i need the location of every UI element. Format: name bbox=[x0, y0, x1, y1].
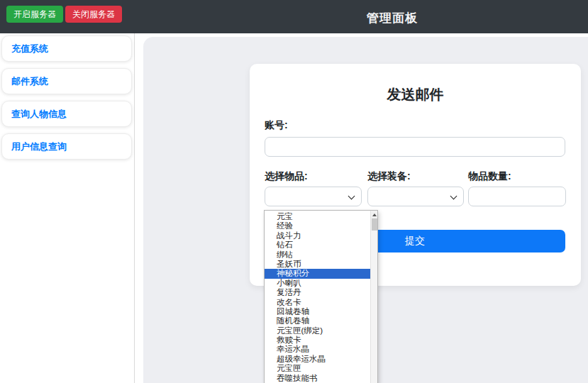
scroll-up-arrow-icon[interactable] bbox=[371, 211, 378, 218]
dropdown-option[interactable]: 吞噬技能书 bbox=[265, 374, 370, 383]
sidebar: 充值系统邮件系统查询人物信息用户信息查询 bbox=[0, 33, 135, 383]
sidebar-item[interactable]: 充值系统 bbox=[1, 35, 132, 62]
dropdown-option[interactable]: 小喇叭 bbox=[265, 279, 370, 288]
dropdown-option[interactable]: 超级幸运水晶 bbox=[265, 355, 370, 364]
quantity-label: 物品数量: bbox=[468, 170, 511, 183]
dropdown-option[interactable]: 圣妖币 bbox=[265, 260, 370, 269]
dropdown-option[interactable]: 元宝匣 bbox=[265, 364, 370, 373]
dropdown-option[interactable]: 神秘积分 bbox=[265, 269, 370, 278]
account-label: 账号: bbox=[265, 119, 288, 132]
sidebar-item[interactable]: 用户信息查询 bbox=[1, 133, 132, 160]
dropdown-option[interactable]: 元宝匣(绑定) bbox=[265, 326, 370, 335]
page-title: 管理面板 bbox=[367, 10, 418, 26]
chevron-down-icon bbox=[450, 193, 457, 200]
chevron-down-icon bbox=[348, 193, 355, 200]
dropdown-options: 元宝经验战斗力钻石绑钻圣妖币神秘积分小喇叭复活丹改名卡回城卷轴随机卷轴元宝匣(绑… bbox=[265, 212, 370, 383]
top-navbar: 开启服务器 关闭服务器 管理面板 bbox=[0, 0, 588, 33]
dropdown-option[interactable]: 复活丹 bbox=[265, 288, 370, 297]
account-input[interactable] bbox=[265, 137, 565, 157]
select-item-label: 选择物品: bbox=[265, 170, 308, 183]
dropdown-option[interactable]: 改名卡 bbox=[265, 298, 370, 307]
dropdown-option[interactable]: 幸运水晶 bbox=[265, 345, 370, 354]
sidebar-item[interactable]: 查询人物信息 bbox=[1, 101, 132, 127]
dropdown-option[interactable]: 经验 bbox=[265, 221, 370, 231]
dropdown-option[interactable]: 战斗力 bbox=[265, 231, 370, 240]
dropdown-option[interactable]: 钻石 bbox=[265, 240, 370, 250]
equip-select[interactable] bbox=[367, 187, 464, 206]
dropdown-option[interactable]: 救赎卡 bbox=[265, 335, 370, 345]
dropdown-option[interactable]: 绑钻 bbox=[265, 250, 370, 260]
sidebar-items: 充值系统邮件系统查询人物信息用户信息查询 bbox=[0, 35, 134, 160]
item-select[interactable] bbox=[265, 187, 362, 206]
select-equip-label: 选择装备: bbox=[367, 170, 411, 183]
stop-server-button[interactable]: 关闭服务器 bbox=[65, 6, 122, 23]
admin-panel-page: 开启服务器 关闭服务器 管理面板 充值系统邮件系统查询人物信息用户信息查询 发送… bbox=[0, 0, 588, 383]
dropdown-option[interactable]: 随机卷轴 bbox=[265, 316, 370, 326]
start-server-button[interactable]: 开启服务器 bbox=[6, 6, 63, 23]
dropdown-option[interactable]: 回城卷轴 bbox=[265, 307, 370, 316]
dropdown-scrollbar[interactable] bbox=[370, 211, 377, 383]
dropdown-option[interactable]: 元宝 bbox=[265, 212, 370, 221]
item-dropdown-list: 元宝经验战斗力钻石绑钻圣妖币神秘积分小喇叭复活丹改名卡回城卷轴随机卷轴元宝匣(绑… bbox=[264, 210, 378, 383]
sidebar-item[interactable]: 邮件系统 bbox=[1, 68, 132, 94]
card-title: 发送邮件 bbox=[250, 85, 581, 104]
scrollbar-thumb[interactable] bbox=[372, 218, 377, 231]
quantity-input[interactable] bbox=[468, 187, 566, 206]
